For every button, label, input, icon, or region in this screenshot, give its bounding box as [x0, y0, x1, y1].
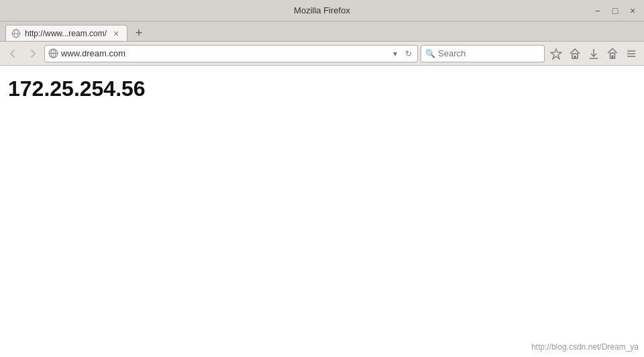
close-button[interactable]: × [627, 5, 639, 17]
toolbar-buttons [547, 45, 640, 62]
svg-rect-9 [574, 56, 576, 58]
page-content: 172.25.254.56 http://blog.csdn.net/Dream… [0, 66, 644, 357]
title-bar: Mozilla Firefox − □ × [0, 0, 644, 21]
new-tab-button[interactable]: + [130, 25, 148, 41]
tab-close-button[interactable]: × [111, 28, 121, 39]
window-controls: − □ × [592, 5, 639, 17]
address-bar[interactable]: ▾ ↻ [44, 45, 418, 62]
svg-rect-12 [612, 55, 614, 58]
menu-button[interactable] [623, 45, 640, 62]
search-input[interactable] [438, 48, 525, 58]
tab-bar: http://www...ream.com/ × + [0, 21, 644, 42]
search-icon: 🔍 [425, 49, 435, 58]
ip-address-text: 172.25.254.56 [0, 66, 644, 112]
reload-button[interactable]: ↻ [402, 48, 415, 60]
address-dropdown-button[interactable]: ▾ [389, 48, 401, 60]
nav-bar: ▾ ↻ 🔍 [0, 42, 644, 66]
home-button[interactable] [604, 45, 621, 62]
address-input[interactable] [61, 48, 386, 58]
tab-label: http://www...ream.com/ [25, 29, 107, 38]
home-icon-button[interactable] [566, 45, 584, 62]
browser-tab[interactable]: http://www...ream.com/ × [5, 25, 127, 41]
download-button[interactable] [585, 45, 602, 62]
tab-favicon [11, 29, 21, 38]
address-bar-buttons: ▾ ↻ [389, 48, 415, 60]
back-button[interactable] [4, 45, 21, 62]
search-bar[interactable]: 🔍 [421, 45, 545, 62]
minimize-button[interactable]: − [592, 5, 604, 17]
forward-button[interactable] [24, 45, 42, 62]
bookmark-button[interactable] [547, 45, 565, 62]
maximize-button[interactable]: □ [609, 5, 621, 17]
watermark-text: http://blog.csdn.net/Dream_ya [531, 342, 639, 352]
window-title: Mozilla Firefox [294, 5, 350, 15]
svg-marker-7 [551, 49, 561, 59]
globe-icon [48, 48, 58, 59]
